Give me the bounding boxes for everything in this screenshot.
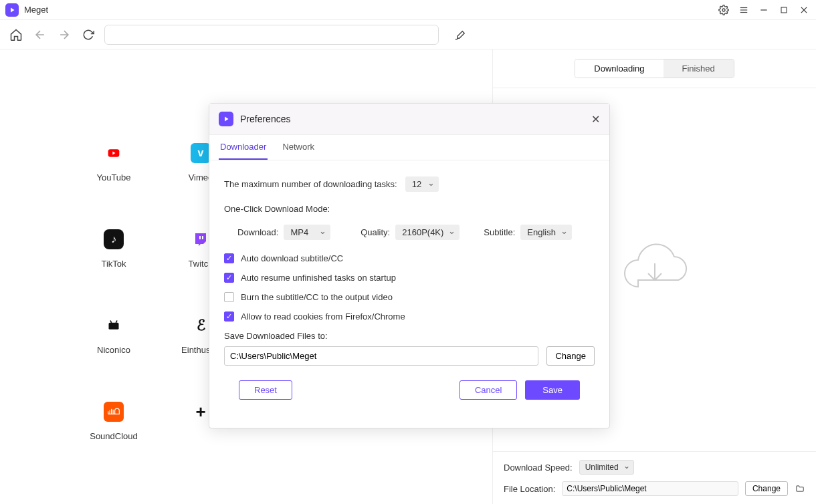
svg-rect-5	[781, 7, 787, 13]
home-button[interactable]	[8, 27, 24, 43]
checkbox-burn-subtitle-label: Burn the subtitle/CC to the output video	[241, 292, 393, 302]
checkbox-read-cookies-label: Allow to read cookies from Firefox/Chrom…	[241, 311, 405, 322]
svg-point-0	[722, 9, 725, 11]
tab-finished[interactable]: Finished	[664, 59, 734, 78]
svg-line-6	[801, 7, 807, 12]
checkbox-auto-resume[interactable]	[224, 273, 234, 283]
reload-button[interactable]	[80, 27, 96, 43]
dialog-close-button[interactable]: ✕	[591, 113, 600, 126]
tab-downloader[interactable]: Downloader	[219, 135, 268, 160]
dialog-title: Preferences	[240, 114, 290, 124]
subtitle-label: Subtitle:	[484, 227, 515, 237]
open-folder-icon[interactable]	[795, 483, 805, 494]
reset-button[interactable]: Reset	[239, 380, 292, 400]
download-speed-label: Download Speed:	[504, 463, 573, 473]
svg-line-12	[110, 321, 112, 323]
one-click-label: One-Click Download Mode:	[224, 204, 595, 214]
file-location-label: File Location:	[504, 484, 555, 494]
save-path-change-button[interactable]: Change	[546, 346, 595, 366]
window-minimize-button[interactable]	[757, 3, 771, 17]
file-location-change-button[interactable]: Change	[745, 481, 788, 496]
plus-icon: +	[191, 402, 211, 422]
dialog-app-icon	[219, 112, 233, 126]
checkbox-burn-subtitle[interactable]	[224, 292, 234, 302]
twitch-icon	[191, 229, 211, 249]
window-close-button[interactable]	[797, 3, 811, 17]
subtitle-dropdown[interactable]: English	[520, 225, 572, 240]
brush-icon[interactable]	[451, 27, 467, 43]
site-label: TikTok	[101, 259, 126, 269]
svg-rect-9	[199, 236, 201, 239]
svg-line-13	[116, 321, 117, 323]
svg-rect-11	[109, 323, 119, 330]
checkbox-auto-resume-label: Auto resume unfinished tasks on startup	[241, 273, 396, 283]
titlebar: Meget	[0, 0, 816, 20]
checkbox-read-cookies[interactable]	[224, 311, 234, 322]
settings-gear-icon[interactable]	[717, 3, 730, 17]
site-tiktok[interactable]: ♪ TikTok	[70, 229, 157, 269]
preferences-dialog: Preferences ✕ Downloader Network The max…	[209, 103, 610, 428]
site-label: Niconico	[97, 345, 130, 355]
site-youtube[interactable]: YouTube	[70, 143, 157, 182]
site-label: SoundCloud	[90, 431, 138, 441]
url-input[interactable]	[104, 25, 439, 45]
app-name: Meget	[24, 5, 48, 15]
max-tasks-dropdown[interactable]: 12	[405, 176, 439, 192]
svg-rect-10	[202, 236, 203, 239]
niconico-icon	[104, 316, 124, 336]
tiktok-icon: ♪	[104, 229, 124, 249]
site-label: YouTube	[96, 172, 130, 182]
window-maximize-button[interactable]	[777, 3, 791, 17]
checkbox-auto-subtitle[interactable]	[224, 253, 234, 263]
app-logo-icon	[5, 3, 19, 17]
forward-button[interactable]	[56, 27, 72, 43]
browser-toolbar	[0, 20, 816, 49]
file-location-input[interactable]	[562, 481, 738, 496]
download-speed-select[interactable]: Unlimited	[579, 460, 634, 475]
save-to-label: Save Downloaded Files to:	[224, 331, 595, 341]
cancel-button[interactable]: Cancel	[460, 380, 517, 400]
svg-line-7	[801, 7, 807, 12]
tab-downloading[interactable]: Downloading	[575, 59, 663, 78]
quality-label: Quality:	[361, 227, 390, 237]
site-niconico[interactable]: Niconico	[70, 316, 157, 355]
site-soundcloud[interactable]: SoundCloud	[70, 402, 157, 441]
checkbox-auto-subtitle-label: Auto download subtitle/CC	[241, 253, 343, 263]
youtube-icon	[104, 143, 124, 163]
cloud-download-icon	[618, 240, 692, 300]
save-path-input[interactable]	[224, 346, 538, 366]
einthusan-icon: ℰ	[191, 316, 211, 336]
vimeo-icon: v	[191, 143, 211, 163]
download-format-label: Download:	[237, 227, 278, 237]
max-tasks-label: The maximum number of downloading tasks:	[224, 179, 397, 189]
download-format-dropdown[interactable]: MP4	[284, 225, 330, 240]
downloads-tab-pill: Downloading Finished	[575, 59, 734, 78]
soundcloud-icon	[104, 402, 124, 422]
back-button[interactable]	[32, 27, 48, 43]
tab-network[interactable]: Network	[281, 135, 316, 160]
hamburger-menu-icon[interactable]	[737, 3, 750, 17]
save-button[interactable]: Save	[525, 380, 580, 400]
quality-dropdown[interactable]: 2160P(4K)	[395, 225, 460, 240]
